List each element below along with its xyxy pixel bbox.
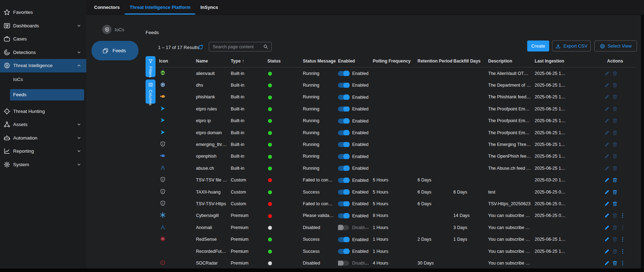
column-header-icon[interactable]: Icon (159, 59, 196, 64)
table-row[interactable]: alienvault Built-in Running Enabled The … (159, 67, 637, 79)
column-header-polling-frequency[interactable]: Polling Frequency (373, 59, 417, 64)
delete-icon[interactable] (612, 130, 618, 136)
columns-button[interactable]: Columns (146, 80, 155, 104)
table-row[interactable]: etpro rules Built-in Running Enabled The… (159, 103, 637, 115)
column-header-retention-period[interactable]: Retention Period (417, 59, 453, 64)
enabled-toggle[interactable] (338, 119, 349, 124)
delete-icon[interactable] (612, 94, 618, 100)
sidebar-item-threat-hunting[interactable]: Threat Hunting (0, 105, 86, 118)
table-row[interactable]: etpro ip Built-in Running Enabled The Pr… (159, 115, 637, 127)
table-row[interactable]: TAXII-huang Custom Success Enabled 5 Hou… (159, 186, 637, 198)
edit-icon[interactable] (604, 153, 610, 159)
delete-icon[interactable] (612, 189, 618, 195)
enabled-toggle[interactable] (338, 237, 349, 242)
table-row[interactable]: phishtank Built-in Running Enabled The P… (159, 91, 637, 103)
table-row[interactable]: emerging_threat Built-in Running Enabled… (159, 138, 637, 150)
delete-icon[interactable] (612, 153, 618, 159)
table-row[interactable]: SOCRadar Premium Disabled Disabled 4 Hou… (159, 257, 637, 269)
refresh-icon[interactable] (198, 44, 203, 50)
edit-icon[interactable] (604, 213, 610, 218)
edit-icon[interactable] (604, 236, 610, 242)
search-icon[interactable] (263, 44, 268, 49)
sidebar-item-detections[interactable]: Detections (0, 46, 86, 59)
enabled-toggle[interactable] (338, 130, 349, 135)
table-row[interactable]: abuse.ch Built-in Running Enabled The Ab… (159, 162, 637, 174)
enabled-toggle[interactable] (338, 178, 349, 183)
filters-button[interactable]: Filters (146, 56, 155, 77)
delete-icon[interactable] (612, 71, 618, 76)
delete-icon[interactable] (612, 225, 618, 230)
subnav-item-feeds[interactable]: Feeds (92, 41, 138, 60)
create-button[interactable]: Create (527, 40, 549, 51)
delete-icon[interactable] (612, 106, 618, 112)
tab-insyncs[interactable]: InSyncs (195, 0, 223, 15)
edit-icon[interactable] (604, 165, 610, 171)
enabled-toggle[interactable] (338, 201, 349, 206)
enabled-toggle[interactable] (338, 107, 349, 111)
more-actions-icon[interactable] (620, 213, 626, 218)
table-row[interactable]: Anomali Premium Disabled Disabled 1 Hour… (159, 222, 637, 233)
delete-icon[interactable] (612, 177, 618, 183)
column-header-enabled[interactable]: Enabled (338, 59, 373, 64)
delete-icon[interactable] (612, 165, 618, 171)
enabled-toggle[interactable] (338, 166, 349, 171)
column-header-backfill-days[interactable]: Backfill Days (453, 59, 488, 64)
more-actions-icon[interactable] (620, 225, 626, 230)
edit-icon[interactable] (604, 260, 610, 266)
enabled-toggle[interactable] (338, 142, 349, 147)
more-actions-icon[interactable] (620, 260, 626, 266)
delete-icon[interactable] (612, 249, 618, 254)
edit-icon[interactable] (604, 189, 610, 195)
sidebar-item-automation[interactable]: Automation (0, 131, 86, 145)
table-row[interactable]: TSV-TSV-Https Custom Failed to conn… Ena… (159, 198, 637, 210)
search-input[interactable] (209, 44, 263, 49)
tab-connectors[interactable]: Connectors (89, 0, 125, 15)
sidebar-subitem-iocs[interactable]: IoCs (0, 72, 86, 87)
delete-icon[interactable] (612, 118, 618, 124)
sidebar-subitem-feeds[interactable]: Feeds (10, 89, 84, 100)
edit-icon[interactable] (604, 130, 610, 136)
delete-icon[interactable] (612, 82, 618, 88)
delete-icon[interactable] (612, 213, 618, 218)
table-row[interactable]: openphish Built-in Running Enabled The O… (159, 151, 637, 162)
column-header-description[interactable]: Description (488, 59, 535, 64)
delete-icon[interactable] (612, 260, 618, 266)
sidebar-item-assets[interactable]: Assets (0, 118, 86, 131)
edit-icon[interactable] (604, 71, 610, 76)
edit-icon[interactable] (604, 94, 610, 100)
more-actions-icon[interactable] (620, 249, 626, 254)
table-row[interactable]: etpro domain Built-in Running Enabled Th… (159, 127, 637, 138)
table-row[interactable]: TSV-TSV file … Custom Failed to conn… En… (159, 174, 637, 186)
edit-icon[interactable] (604, 82, 610, 88)
enabled-toggle[interactable] (338, 83, 349, 88)
column-header-name[interactable]: Name (196, 59, 231, 64)
sidebar-item-favorites[interactable]: Favorites (0, 6, 86, 19)
enabled-toggle[interactable] (338, 261, 349, 266)
export-csv-button[interactable]: Export CSV (552, 40, 591, 51)
column-header-last-ingestion[interactable]: Last Ingestion (535, 59, 604, 64)
edit-icon[interactable] (604, 201, 610, 207)
table-row[interactable]: dhs Built-in Running Enabled The Departm… (159, 79, 637, 91)
edit-icon[interactable] (604, 177, 610, 183)
enabled-toggle[interactable] (338, 190, 349, 195)
table-row[interactable]: Cybersixgill Premium Please validat… Ena… (159, 210, 637, 222)
enabled-toggle[interactable] (338, 225, 349, 230)
column-header-actions[interactable]: Actions (604, 59, 637, 64)
edit-icon[interactable] (604, 106, 610, 112)
delete-icon[interactable] (612, 201, 618, 207)
column-header-status-message[interactable]: Status Message (303, 59, 338, 64)
column-header-status[interactable]: Status (267, 59, 303, 64)
enabled-toggle[interactable] (338, 154, 349, 159)
tab-threat-intelligence-platform[interactable]: Threat Intelligence Platform (125, 0, 195, 15)
table-row[interactable]: RecordedFuture Premium Success Enabled 1… (159, 245, 637, 257)
sidebar-item-dashboards[interactable]: Dashboards (0, 19, 86, 33)
sidebar-item-reporting[interactable]: Reporting (0, 145, 86, 158)
sidebar-item-threat-intelligence[interactable]: Threat Intelligence (0, 59, 86, 72)
enabled-toggle[interactable] (338, 95, 349, 100)
table-row[interactable]: RedSense Premium Success Enabled 1 Hours… (159, 233, 637, 245)
column-header-type[interactable]: Type↑ (231, 59, 267, 64)
select-view-button[interactable]: Select View (594, 40, 637, 51)
edit-icon[interactable] (604, 225, 610, 230)
enabled-toggle[interactable] (338, 213, 349, 218)
enabled-toggle[interactable] (338, 71, 349, 76)
